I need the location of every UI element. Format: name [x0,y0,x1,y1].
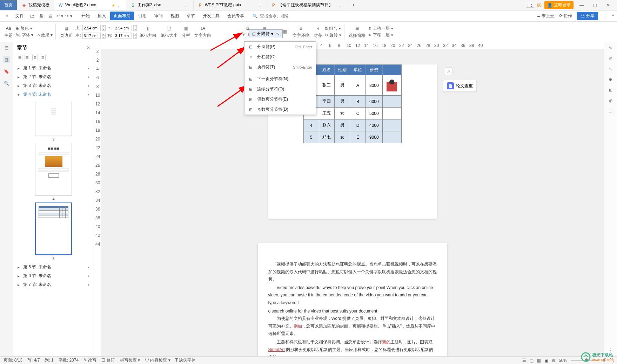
columns-button[interactable]: ▥分栏 [180,24,192,39]
next-page-section-item[interactable]: ⊞下一页分节符(N) [244,74,316,84]
collapse-toggle[interactable]: △ [445,67,452,75]
section-5[interactable]: ▸第 5 节: 未命名▾ [15,263,92,272]
margin-top-input[interactable] [82,25,101,31]
tab-layout[interactable]: 页面布局 [110,12,134,20]
tab-close[interactable]: ⋮ [184,3,189,7]
spin[interactable]: ▴▾ [102,25,106,31]
tool-icon[interactable]: ⚙ [609,77,612,82]
redo-icon[interactable]: ↷ ▾ [65,12,73,20]
overwrite-status[interactable]: ✎ 改写 [83,357,96,363]
align-button[interactable]: ⫞对齐 [312,24,323,39]
print-icon[interactable]: 🖨 [46,12,55,20]
menu-icon[interactable]: ≡ [3,12,11,20]
color-button[interactable]: ◉ 颜色 ▾ [15,26,53,32]
tab-close[interactable]: ⋮ [338,3,343,7]
view-icon[interactable]: ☰ [522,358,526,363]
wrap-button[interactable]: ⧈文字环绕 [291,24,311,39]
document-canvas[interactable]: 246810121416182022242628303234363840 序号 … [101,42,604,356]
login-button[interactable]: 👤 立即登录 [544,1,574,9]
movedown-button[interactable]: ⬇ 下移一层 ▾ [368,32,393,38]
section-2[interactable]: ▸第 2 节: 未命名▾ [15,73,92,81]
moveup-button[interactable]: ⬆ 上移一层 ▾ [368,26,393,32]
zoom-out[interactable]: ⊖ [552,358,555,363]
cloud-status[interactable]: ☁ 未上云 [536,13,554,19]
tab-home[interactable]: 首页 [0,0,17,10]
horizontal-ruler[interactable]: 246810121416182022242628303234363840 [101,42,604,49]
tool-icon[interactable]: ◎ [609,98,612,103]
spin[interactable]: ▴▾ [133,33,137,39]
revision-status[interactable]: ☐ 修订 [101,357,115,363]
tab-review[interactable]: 审阅 [151,12,166,20]
margin-left-input[interactable] [82,33,101,39]
breaks-button[interactable]: ⊟ 分隔符 ▾ ↖ [249,29,283,38]
tab-start[interactable]: 开始 [78,12,93,20]
tab-word[interactable]: W Word教程2.docx ● ⋮ [54,0,126,10]
close-icon[interactable]: ✕ [603,0,613,10]
tool-2[interactable]: ⊟ [25,55,30,60]
tab-ppt[interactable]: P WPS PPT教程.pptx ⋮ [194,0,267,10]
section-3[interactable]: ▸第 3 节: 未命名▾ [15,81,92,90]
page-status[interactable]: 页面: 8/13 [4,357,22,363]
margin-button[interactable]: ▦页边距 [59,24,74,39]
find-icon[interactable]: 🔍 [3,80,10,87]
wrap-break-item[interactable]: ⊟换行符(T)Shift+Enter [244,62,316,72]
even-section-item[interactable]: ⊞偶数页分节符(E) [244,94,316,104]
tab-insert[interactable]: 插入 [94,12,109,20]
column-break-item[interactable]: ≡分栏符(C) [244,52,316,62]
font-button[interactable]: Aa 字体 ▾ [15,32,33,38]
missingfont-status[interactable]: T 缺失字体 [175,357,196,363]
section-4[interactable]: ▾第 4 节: 未命名▾ [15,90,92,99]
share-button[interactable]: 凸 分享 [577,12,598,20]
panel-close-icon[interactable]: ✕ [87,45,90,50]
tab-ppt2[interactable]: P 【端午狂欢祝福浓情满节日】 ⋮ [267,0,348,10]
tool-icon[interactable]: ✐ [609,56,612,61]
chapter-icon[interactable]: ▥ [3,56,10,63]
outline-icon[interactable]: ▤ [3,44,10,51]
minimize-icon[interactable]: — [576,0,587,10]
collapse-icon[interactable]: ^ [612,14,614,19]
tab-template[interactable]: ◈ 找稻壳模板 [17,0,54,10]
zoom-level[interactable]: 50% [559,358,567,363]
papersize-button[interactable]: ▢纸张大小 [159,24,179,39]
spellcheck-status[interactable]: 拼写检查 ▾ [120,357,140,363]
group-button[interactable]: ⧉ 组合 ▾ [325,26,341,32]
maximize-icon[interactable]: ▢ [590,0,600,10]
tab-view[interactable]: 视图 [167,12,182,20]
vertical-ruler[interactable]: 2246810121416182022242628303234363840424… [94,42,101,356]
new-tab[interactable]: + [348,0,359,10]
page-break-item[interactable]: ⊟分页符(P)Ctrl+Enter [244,42,316,52]
section-1[interactable]: ▸第 1 节: 未命名▾ [15,64,92,73]
spin[interactable]: ▴▾ [133,25,137,31]
tab-reference[interactable]: 引用 [135,12,150,20]
file-menu[interactable]: 文件 [12,12,27,20]
tab-member[interactable]: 会员专享 [224,12,248,20]
open-icon[interactable]: 🗁 [28,12,36,20]
tool-icon[interactable]: ⊞ [609,88,612,92]
tool-icon[interactable]: ▢ [609,109,612,114]
collab-button[interactable]: ⟳ 协作 [559,13,572,19]
effect-button[interactable]: ○ 效果 ▾ [37,32,53,38]
word-count[interactable]: 字数: 2874 [59,357,79,363]
list-icon[interactable]: ▭▯ [526,3,534,8]
thumbnail-4[interactable]: ■■ ■■ [35,143,72,195]
undo-icon[interactable]: ↶ ▾ [55,12,64,20]
tab-dev[interactable]: 开发工具 [199,12,223,20]
continuous-section-item[interactable]: ⊞连续分节符(O) [244,84,316,94]
view-icon[interactable]: ▢ [530,358,534,363]
badge-icon[interactable]: 88 [537,3,542,8]
tab-excel[interactable]: S 工作簿3.xlsx ⋮ [126,0,194,10]
odd-section-item[interactable]: ⊞奇数页分节符(D) [244,104,316,115]
search-icon[interactable]: 🔍 [253,14,258,19]
thumbnail-3[interactable]: ░░░░░░░░░ [35,101,72,136]
tab-close[interactable]: ⋮ [117,3,122,7]
tool-1[interactable]: ⊞ [17,55,22,60]
tool-3[interactable]: ⊞ [32,55,38,60]
section-7[interactable]: ▸第 7 节: 未命名▾ [15,280,92,289]
view-icon[interactable]: ▦ [537,358,541,363]
tab-close[interactable]: ⋮ [257,3,262,7]
bookmark-icon[interactable]: 🔖 [3,68,10,75]
margin-right-input[interactable] [114,33,132,39]
margin-bottom-input[interactable] [114,25,132,31]
section-6[interactable]: ▸第 6 节: 未命名▾ [15,272,92,280]
thesis-check-button[interactable]: 📄 论文查重 [443,80,477,92]
